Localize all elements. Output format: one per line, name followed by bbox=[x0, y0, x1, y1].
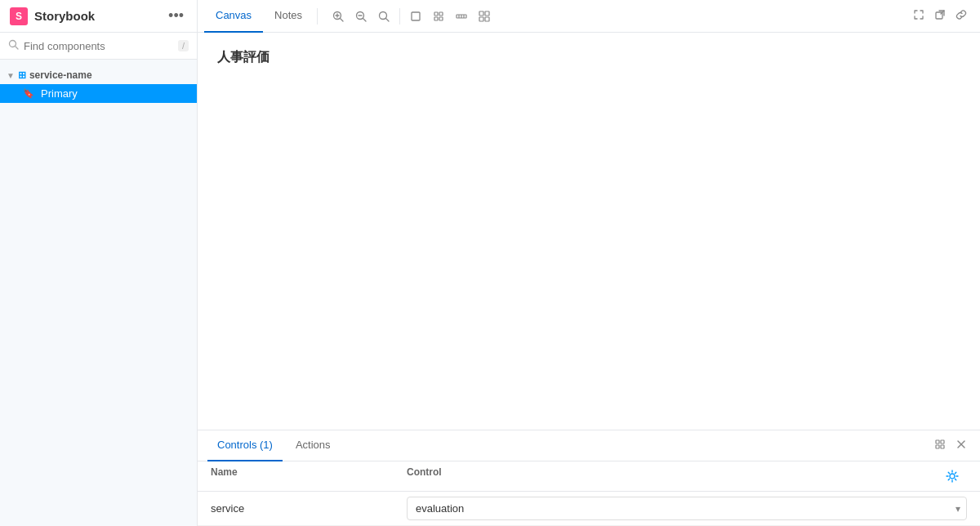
svg-rect-26 bbox=[936, 440, 939, 444]
toolbar: Canvas Notes bbox=[198, 0, 900, 33]
canvas-content: 人事評価 bbox=[198, 33, 980, 430]
single-view-button[interactable] bbox=[405, 7, 426, 25]
panel-tabs: Controls (1) Actions bbox=[198, 430, 980, 461]
panel-close-button[interactable] bbox=[952, 435, 970, 456]
svg-rect-18 bbox=[479, 11, 483, 16]
tab-notes[interactable]: Notes bbox=[263, 0, 314, 33]
svg-line-25 bbox=[16, 47, 18, 49]
svg-rect-21 bbox=[485, 17, 489, 21]
tree-arrow-icon: ▼ bbox=[7, 71, 15, 80]
svg-line-1 bbox=[341, 18, 344, 21]
zoom-out-button[interactable] bbox=[350, 7, 372, 25]
svg-rect-27 bbox=[941, 440, 944, 444]
outline-button[interactable] bbox=[474, 7, 495, 25]
logo-area: S Storybook ••• bbox=[0, 0, 198, 32]
tab-canvas[interactable]: Canvas bbox=[204, 0, 263, 33]
service-name-label: service-name bbox=[29, 69, 92, 81]
zoom-in-button[interactable] bbox=[327, 7, 349, 25]
search-box: / bbox=[0, 33, 197, 60]
svg-rect-19 bbox=[485, 11, 489, 16]
sidebar-item-service-name[interactable]: ▼ ⊞ service-name bbox=[0, 66, 197, 84]
more-options-button[interactable]: ••• bbox=[165, 6, 187, 26]
col-header-name: Name bbox=[211, 466, 407, 486]
tab-actions[interactable]: Actions bbox=[286, 430, 341, 461]
select-wrapper: evaluation hr payroll ▾ bbox=[407, 497, 967, 520]
svg-rect-11 bbox=[439, 12, 443, 16]
sidebar-item-primary[interactable]: 🔖 Primary bbox=[0, 84, 197, 103]
search-input[interactable] bbox=[24, 40, 173, 52]
svg-rect-10 bbox=[434, 12, 438, 16]
svg-rect-9 bbox=[412, 12, 420, 20]
reset-zoom-button[interactable] bbox=[373, 7, 394, 25]
measure-button[interactable] bbox=[451, 7, 472, 25]
panel-table: Name Control service evaluation bbox=[198, 461, 980, 526]
search-icon bbox=[8, 39, 19, 52]
fullscreen-button[interactable] bbox=[910, 6, 928, 26]
open-new-button[interactable] bbox=[931, 6, 949, 26]
svg-line-8 bbox=[386, 18, 390, 21]
panel-header-row: Name Control bbox=[198, 461, 980, 492]
toolbar-icons bbox=[321, 7, 501, 25]
col-header-extra bbox=[942, 466, 967, 486]
controls-settings-button[interactable] bbox=[942, 466, 962, 486]
toolbar-right bbox=[900, 6, 980, 26]
control-cell-service: evaluation hr payroll ▾ bbox=[407, 497, 967, 520]
copy-link-button[interactable] bbox=[952, 6, 970, 26]
main-layout: / ▼ ⊞ service-name 🔖 Primary 人事評価 Contro… bbox=[0, 33, 980, 526]
canvas-title: 人事評価 bbox=[198, 33, 980, 82]
header: S Storybook ••• Canvas Notes bbox=[0, 0, 980, 33]
tab-controls[interactable]: Controls (1) bbox=[207, 430, 283, 461]
sidebar-tree: ▼ ⊞ service-name 🔖 Primary bbox=[0, 60, 197, 526]
svg-line-5 bbox=[363, 18, 367, 21]
toolbar-divider2 bbox=[399, 8, 400, 25]
panel-grid-button[interactable] bbox=[931, 435, 949, 456]
search-shortcut: / bbox=[178, 40, 189, 51]
toolbar-divider bbox=[317, 8, 318, 25]
svg-rect-20 bbox=[479, 17, 483, 21]
svg-rect-13 bbox=[439, 17, 443, 20]
table-row: service evaluation hr payroll ▾ bbox=[198, 492, 980, 526]
svg-point-24 bbox=[10, 41, 16, 47]
app-title: Storybook bbox=[34, 9, 95, 23]
svg-rect-12 bbox=[434, 17, 438, 20]
canvas-area: 人事評価 Controls (1) Actions Name bbox=[198, 33, 980, 526]
svg-rect-28 bbox=[936, 445, 939, 448]
svg-point-32 bbox=[950, 474, 955, 479]
component-icon: ⊞ bbox=[18, 69, 26, 81]
sidebar: / ▼ ⊞ service-name 🔖 Primary bbox=[0, 33, 198, 526]
panel-tab-icons bbox=[931, 435, 970, 456]
control-name-service: service bbox=[211, 502, 407, 515]
grid-view-button[interactable] bbox=[428, 7, 449, 25]
storybook-logo-icon: S bbox=[10, 7, 28, 25]
col-header-control: Control bbox=[407, 466, 942, 486]
primary-label: Primary bbox=[41, 87, 78, 100]
service-select[interactable]: evaluation hr payroll bbox=[407, 497, 967, 520]
story-icon: 🔖 bbox=[23, 88, 34, 99]
svg-rect-29 bbox=[941, 445, 944, 448]
bottom-panel: Controls (1) Actions Name Control bbox=[198, 430, 980, 526]
logo-left: S Storybook bbox=[10, 7, 95, 25]
